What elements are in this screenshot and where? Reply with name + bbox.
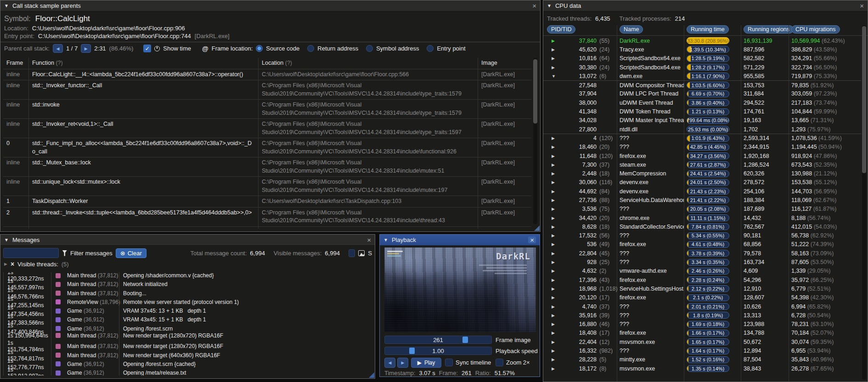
playback-speed-slider[interactable]: 1.00 (384, 347, 492, 355)
callstack-row[interactable]: inlinestd::unique_lock<std::mutex>::lock… (3, 176, 531, 196)
expand-icon[interactable]: ▶ (552, 163, 558, 167)
collapse-icon[interactable]: ▼ (547, 3, 552, 8)
prev-sample-button[interactable]: ◀ (53, 44, 63, 53)
cpu-row[interactable]: 41,348DWM Token Thread1.21 s (0.13%)174,… (543, 107, 861, 116)
col-running-time[interactable]: Running time (687, 25, 729, 34)
message-row[interactable]: 1s 146,576,766nsMain thread (37,812)Boot… (3, 287, 372, 296)
cpu-row[interactable]: ▼13,072(6)dwm.exe1:16.1 (7.90%)955,58571… (543, 72, 861, 80)
expand-icon[interactable]: ▶ (552, 357, 558, 362)
radio-source-code[interactable] (256, 45, 263, 52)
callstack-row[interactable]: inlinestd::invokeC:\Program Files (x86)\… (3, 99, 531, 118)
cpu-row[interactable]: 27,800ntdll.dll25.93 ms (0.00%)1,7021,29… (543, 125, 861, 134)
play-button[interactable]: ▶ Play (411, 358, 441, 368)
cpu-row[interactable]: ▶22,804(45)???3.78 s (0.39%)79,57858,163… (543, 249, 861, 258)
cpu-row[interactable]: ▶16,332(982)???1.64 s (0.17%)12,8946,955… (543, 346, 861, 355)
message-row[interactable]: 1s 152,912,997nsGame (36,912)Opening /me… (3, 366, 372, 375)
expand-icon[interactable]: ▶ (552, 233, 558, 238)
close-icon[interactable]: × (532, 2, 536, 9)
radio-entry-point[interactable] (427, 45, 434, 52)
cpu-row[interactable]: ▶44,692(84)devenv.exe21.43 s (2.23%)254,… (543, 187, 861, 196)
expand-icon[interactable]: ▶ (552, 39, 558, 43)
filter-input[interactable] (3, 248, 59, 258)
cpu-row[interactable]: ▶17,396(43)firefox.exe2.28 s (0.24%)54,2… (543, 275, 861, 284)
message-row[interactable]: 1s 152,764,817nsMain thread (37,812)New … (3, 349, 372, 358)
entry-point-value[interactable]: C:\Users\wolf\Desktop\darkrl\src\game\fl… (38, 33, 191, 39)
expand-icon[interactable]: ▶ (552, 189, 558, 194)
message-row[interactable]: 1s 147,255,145nsRemoteView (18,796)Remot… (3, 296, 372, 304)
cpu-row[interactable]: ▶17,532(56)???5.34 s (0.55%)90,18156,738… (543, 231, 861, 240)
messages-list[interactable]: 1s 120,333,272nsMain thread (37,812)Open… (3, 272, 372, 376)
frame-image-slider[interactable]: 261 (384, 336, 492, 344)
show-time-checkbox[interactable]: ✓ (143, 45, 151, 52)
cpu-row[interactable]: 27,548DWM Compositor Thread1:03.5 (6.60%… (543, 80, 861, 89)
cpu-row[interactable]: ▶18,408(17)firefox.exe1.66 s (0.17%)134,… (543, 329, 861, 337)
cpu-row[interactable]: ▶45,620(24)Tracy.exe1:39.5 (10.34%)887,5… (543, 45, 861, 54)
col-location[interactable]: Location (?) (259, 58, 478, 69)
cpu-row[interactable]: ▶22,404(12)msvsmon.exe1.65 s (0.17%)50,6… (543, 337, 861, 346)
next-sample-button[interactable]: ▶ (81, 44, 91, 53)
collapse-icon[interactable]: ▼ (4, 3, 9, 8)
expand-icon[interactable]: ▶ (552, 251, 558, 256)
close-icon[interactable]: × (528, 236, 536, 243)
col-pid-tid[interactable]: PID/TID (547, 25, 575, 34)
expand-icon[interactable]: ▶ (552, 322, 558, 326)
cpu-row[interactable]: ▶28,228(5)mintty.exe1.52 s (0.16%)87,504… (543, 355, 861, 364)
radio-symbol-address[interactable] (366, 45, 373, 52)
message-row[interactable]: 1s 150,994,64nsMain thread (37,812)New r… (3, 331, 372, 340)
cpu-row[interactable]: ▶10,816(64)ScriptedSandbox64.exe1:28.5 (… (543, 54, 861, 63)
cpu-scrollbar[interactable] (862, 25, 866, 380)
cpu-row[interactable]: ▶11,648(120)firefox.exe34.27 s (3.56%)1,… (543, 152, 861, 160)
col-frame[interactable]: Frame (3, 58, 29, 69)
cpu-row[interactable]: 37,904DWM LPC Port Thread6.69 s (0.70%)3… (543, 90, 861, 98)
zoom-checkbox[interactable] (496, 359, 503, 366)
callstack-row[interactable]: inlineFloor::CalcLight::__l4::<lambda_5b… (3, 69, 531, 80)
expand-icon[interactable]: ▶ (552, 340, 558, 344)
callstack-row[interactable]: 3beginthreadex[unknown][ucrtbase.dll] (3, 226, 531, 229)
message-row[interactable]: 1s 152,776,777nsGame (36,912)Opening /fo… (3, 358, 372, 366)
cpu-row[interactable]: ▶16,880(46)???1.69 s (0.18%)123,98878,23… (543, 320, 861, 329)
expand-icon[interactable]: ▶ (552, 180, 558, 185)
cpu-row[interactable]: ▶18,460(20)???42.85 s (4.45%)2,344,9151,… (543, 143, 861, 152)
cpu-row[interactable]: ▶30,380(24)ScriptedSandbox64.exe1:28.2 (… (543, 63, 861, 72)
expand-icon[interactable]: ▶ (552, 269, 558, 273)
expand-icon[interactable]: ▶ (552, 260, 558, 264)
expand-icon[interactable]: ▶ (552, 216, 558, 220)
prev-frame-button[interactable]: ◀ (384, 358, 395, 368)
cpu-row[interactable]: 38,000uDWM Event Thread3.86 s (0.40%)294… (543, 98, 861, 107)
expand-icon[interactable]: ▶ (552, 304, 558, 309)
cpu-row[interactable]: ▶4(120)???1:01.9 (6.43%)2,593,3141,078,5… (543, 134, 861, 142)
collapse-icon[interactable]: ▼ (383, 237, 388, 242)
col-cpu-migrations[interactable]: CPU migrations (791, 25, 840, 34)
expand-icon[interactable]: ▶ (552, 145, 558, 149)
cpu-row[interactable]: ▶8,628(18)StandardCollector.Service.e7.8… (543, 222, 861, 231)
callstack-row[interactable]: inlinestd::_Invoker_functor::_CallC:\Pro… (3, 80, 531, 99)
message-row[interactable]: 1s 145,557,997nsMain thread (37,812)Netw… (3, 278, 372, 286)
expand-icon[interactable]: ▶ (552, 207, 558, 211)
message-row[interactable]: 1s 147,400,846nsGame (36,912)Opening /fo… (3, 322, 372, 331)
callstack-row[interactable]: 2std::thread::_Invoke<std::tuple<<lambda… (3, 207, 531, 226)
callstack-row[interactable]: inlinestd::_Mutex_base::lockC:\Program F… (3, 157, 531, 176)
message-row[interactable]: 1s 120,333,272nsMain thread (37,812)Open… (3, 272, 372, 278)
callstack-row[interactable]: 1TaskDispatch::WorkerC:\Users\wolf\Deskt… (3, 196, 531, 207)
cpu-row[interactable]: ▶3,536(75)???20.05 s (2.08%)187,689116,1… (543, 205, 861, 213)
expand-icon[interactable]: ▶ (552, 313, 558, 318)
expand-icon[interactable]: ▶ (552, 136, 558, 140)
message-row[interactable]: 1s 147,383,566nsGame (36,912)VRAM 43x45:… (3, 313, 372, 322)
clear-button[interactable]: ⊗ Clear (116, 248, 147, 258)
resize-grip[interactable] (534, 225, 540, 231)
message-row[interactable]: 1s 147,354,456nsGame (36,912)VRAM 37x45:… (3, 304, 372, 313)
cpu-row[interactable]: ▶4,632(2)vmware-authd.exe2.46 s (0.26%)4… (543, 267, 861, 275)
expand-icon[interactable]: ▶ (552, 225, 558, 229)
expand-icon[interactable]: ▶ (552, 56, 558, 61)
cpu-row[interactable]: ▶34,420(20)chrome.exe11.11 s (1.15%)14,4… (543, 213, 861, 222)
resize-grip[interactable] (369, 372, 374, 378)
col-running-regions[interactable]: Running regions (744, 25, 794, 34)
expand-icon[interactable]: ▶ (552, 47, 558, 52)
cpu-row[interactable]: ▶7,300(37)steam.exe27.61 s (2.87%)1,286,… (543, 160, 861, 169)
callstack-row[interactable]: 0std::_Func_impl_no_alloc<<lambda_5bc224… (3, 138, 531, 157)
expand-icon[interactable]: ▶ (552, 295, 558, 300)
cpu-row[interactable]: ▶30,060(116)devenv.exe24.01 s (2.50%)278… (543, 178, 861, 187)
sync-timeline-checkbox[interactable] (445, 359, 453, 366)
cpu-row[interactable]: ▶37,840(55)DarkRL.exe33:30.8 (208.96%)16… (543, 36, 861, 45)
cpu-row[interactable]: ▶18,172(8)msvsmon.exe1.35 s (0.14%)38,84… (543, 364, 861, 373)
